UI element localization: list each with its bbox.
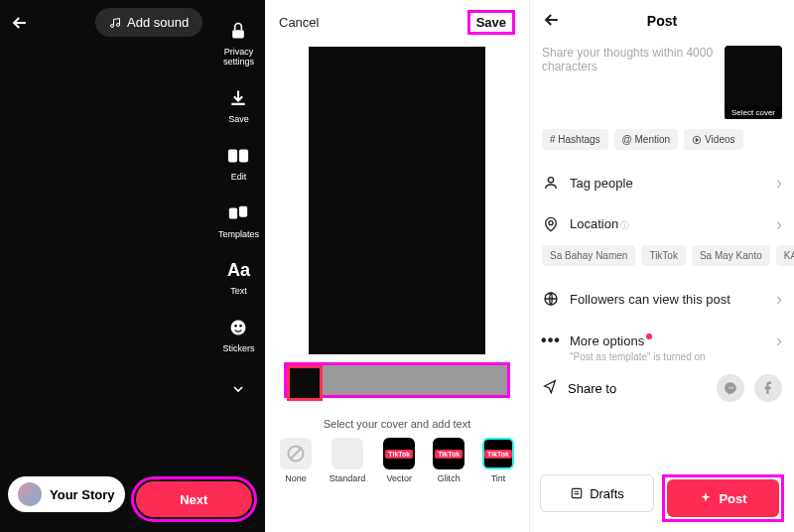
- highlight-annotation: Post: [662, 474, 784, 522]
- svg-point-5: [231, 321, 246, 335]
- style-tint[interactable]: TikTok Tint: [482, 438, 514, 483]
- location-option[interactable]: Locationⓘ: [530, 203, 794, 245]
- location-suggestions: Sa Bahay Namen TikTok Sa May Kanto KAHIT…: [530, 245, 794, 278]
- privacy-settings-button[interactable]: Privacysettings: [223, 18, 254, 67]
- sidebar-label: Text: [230, 287, 247, 297]
- avatar: [18, 482, 42, 506]
- back-icon[interactable]: [542, 10, 564, 32]
- messenger-share-icon[interactable]: [717, 374, 744, 402]
- caption-input[interactable]: Share your thoughts within 4000 characte…: [542, 46, 717, 119]
- style-thumb-tint: TikTok: [482, 438, 514, 469]
- edit-icon: [225, 143, 251, 169]
- style-standard[interactable]: Standard: [330, 438, 366, 483]
- info-icon: ⓘ: [620, 220, 629, 230]
- location-icon: [542, 215, 560, 233]
- add-sound-label: Add sound: [127, 15, 189, 30]
- style-thumb-standard: [331, 438, 363, 469]
- svg-rect-0: [233, 30, 245, 38]
- share-icon: [542, 378, 558, 398]
- editor-bottom-bar: Your Story Next: [8, 476, 257, 522]
- post-button-label: Post: [719, 491, 746, 506]
- play-circle-icon: [692, 135, 702, 145]
- text-button[interactable]: Aa Text: [225, 257, 251, 297]
- style-none[interactable]: None: [280, 438, 312, 483]
- svg-rect-1: [228, 149, 237, 162]
- svg-point-10: [548, 178, 553, 183]
- tag-people-label: Tag people: [570, 176, 782, 191]
- style-thumb-none: [280, 438, 312, 469]
- loc-chip[interactable]: KAHIT S: [776, 245, 794, 266]
- loc-chip[interactable]: TikTok: [641, 245, 686, 266]
- svg-rect-4: [239, 205, 247, 216]
- templates-button[interactable]: Templates: [218, 200, 259, 240]
- highlight-annotation: Next: [131, 476, 258, 522]
- hashtags-chip[interactable]: # Hashtags: [542, 129, 608, 150]
- svg-rect-2: [239, 149, 248, 162]
- next-button[interactable]: Next: [136, 481, 253, 517]
- mention-chip[interactable]: @ Mention: [614, 129, 679, 150]
- style-label: Vector: [386, 473, 412, 483]
- cover-header: Cancel Save: [265, 0, 529, 41]
- editor-sidebar: Privacysettings Save Edit Templates Aa T…: [218, 18, 259, 402]
- notification-dot: [646, 333, 652, 339]
- style-vector[interactable]: TikTok Vector: [383, 438, 415, 483]
- sticker-icon: [225, 315, 251, 340]
- cancel-button[interactable]: Cancel: [279, 15, 319, 30]
- cover-style-row: None Standard TikTok Vector TikTok Glitc…: [265, 430, 529, 487]
- followers-view-option[interactable]: Followers can view this post: [530, 278, 794, 320]
- loc-chip[interactable]: Sa Bahay Namen: [542, 245, 635, 266]
- sidebar-label: Privacysettings: [223, 48, 254, 67]
- share-to-label: Share to: [568, 381, 707, 396]
- loc-chip[interactable]: Sa May Kanto: [692, 245, 770, 266]
- globe-icon: [542, 290, 560, 308]
- cover-hint-text: Select your cover and add text: [265, 418, 529, 430]
- more-options-option[interactable]: ••• More options: [530, 320, 794, 361]
- chevron-down-icon[interactable]: [225, 376, 251, 402]
- style-glitch[interactable]: TikTok Glitch: [433, 438, 464, 483]
- sidebar-label: Templates: [218, 230, 259, 240]
- post-bottom-bar: Drafts Post: [540, 474, 784, 522]
- edit-button[interactable]: Edit: [225, 143, 251, 183]
- cover-preview[interactable]: [309, 47, 485, 354]
- text-icon: Aa: [225, 257, 251, 283]
- caption-row: Share your thoughts within 4000 characte…: [530, 40, 794, 119]
- cover-frame-scrubber[interactable]: [284, 362, 510, 398]
- drafts-label: Drafts: [590, 486, 624, 501]
- stickers-button[interactable]: Stickers: [222, 315, 254, 354]
- style-thumb-glitch: TikTok: [433, 438, 464, 469]
- cover-save-button[interactable]: Save: [476, 15, 506, 30]
- post-button[interactable]: Post: [667, 479, 779, 517]
- person-icon: [542, 174, 560, 192]
- highlight-annotation: Save: [467, 10, 515, 35]
- svg-point-11: [549, 221, 553, 225]
- facebook-share-icon[interactable]: [754, 374, 782, 402]
- videos-chip[interactable]: Videos: [684, 129, 742, 150]
- save-button[interactable]: Save: [225, 85, 251, 125]
- back-icon[interactable]: [6, 9, 34, 37]
- your-story-label: Your Story: [50, 487, 115, 502]
- drafts-button[interactable]: Drafts: [540, 474, 654, 512]
- drafts-icon: [570, 486, 584, 500]
- post-screen: Post Share your thoughts within 4000 cha…: [529, 0, 794, 532]
- download-icon: [225, 85, 251, 111]
- your-story-button[interactable]: Your Story: [8, 476, 125, 512]
- followers-view-label: Followers can view this post: [570, 292, 782, 307]
- tag-people-option[interactable]: Tag people: [530, 162, 794, 203]
- ellipsis-icon: •••: [542, 332, 560, 349]
- sidebar-label: Stickers: [222, 344, 254, 354]
- svg-point-6: [235, 325, 238, 328]
- post-header: Post: [530, 0, 794, 40]
- style-thumb-vector: TikTok: [383, 438, 415, 469]
- sidebar-label: Edit: [231, 173, 247, 183]
- style-label: Standard: [330, 473, 366, 483]
- select-cover-button[interactable]: Select cover: [725, 46, 782, 119]
- template-icon: [225, 200, 251, 226]
- next-label: Next: [180, 492, 207, 507]
- more-options-label: More options: [570, 333, 782, 348]
- editor-screen: Add sound Privacysettings Save Edit Temp…: [0, 0, 265, 532]
- style-label: None: [285, 473, 307, 483]
- share-to-row: Share to: [530, 362, 794, 414]
- cover-screen: Cancel Save Select your cover and add te…: [265, 0, 529, 532]
- add-sound-button[interactable]: Add sound: [95, 8, 202, 37]
- svg-point-7: [240, 325, 243, 328]
